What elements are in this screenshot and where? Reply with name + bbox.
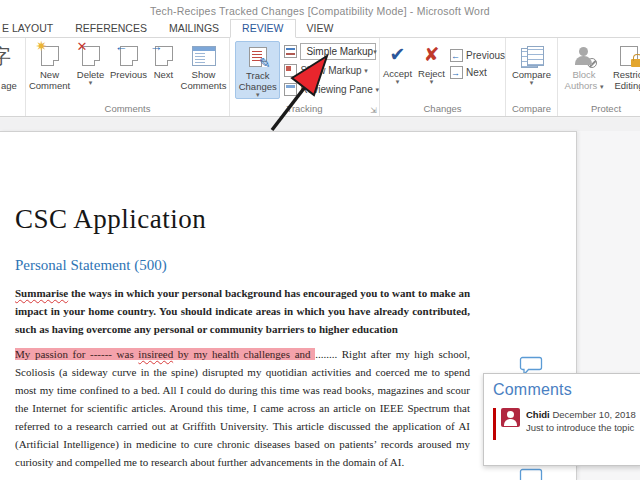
show-markup-button[interactable]: Show Markup ▾ — [284, 61, 379, 80]
comment-text: Just to introduce the topic — [526, 421, 636, 434]
compare-group: Compare ▾ Compare — [506, 38, 558, 116]
document-heading: CSC Application — [15, 204, 470, 235]
tracking-group-label: Tracking — [286, 103, 322, 114]
restrict-editing-button[interactable]: RestrictEditing — [607, 41, 640, 91]
restrict-editing-icon — [620, 46, 638, 66]
compare-button[interactable]: Compare ▾ — [508, 41, 556, 86]
new-comment-icon: ✷ — [41, 46, 59, 66]
document-content[interactable]: CSC Application Personal Statement (500)… — [15, 132, 470, 471]
show-comments-icon — [192, 46, 216, 66]
comments-group-label: Comments — [26, 102, 229, 116]
tab-mailings[interactable]: MAILINGS — [158, 20, 230, 37]
previous-change-button[interactable]: ← Previous — [450, 47, 505, 64]
dropdown-arrow-icon: ▾ — [256, 92, 260, 98]
show-comments-button[interactable]: Show Comments — [179, 41, 229, 91]
tracking-group: ✎ Track Changes ▾ Simple Markup ▾ Show M… — [230, 38, 380, 116]
changes-group-label: Changes — [380, 102, 505, 116]
misspelled-word: insireed — [138, 348, 173, 360]
prompt-paragraph[interactable]: Summarise the ways in which your persona… — [15, 284, 470, 338]
comments-card-title: Comments — [493, 381, 634, 399]
previous-comment-button[interactable]: ← Previous — [109, 41, 149, 80]
dropdown-arrow-icon: ▾ — [530, 80, 534, 86]
next-comment-icon: → — [155, 46, 173, 66]
title-bar: Tech-Recipes Tracked Changes [Compatibil… — [0, 0, 640, 21]
misspelled-word: Summarise — [15, 287, 68, 299]
show-markup-icon — [284, 64, 297, 77]
tab-page-layout[interactable]: E LAYOUT — [0, 20, 64, 37]
tab-review[interactable]: REVIEW — [230, 19, 295, 38]
block-authors-icon — [574, 46, 594, 66]
delete-comment-button[interactable]: ✕ Delete ▾ — [73, 41, 109, 86]
next-change-icon: → — [450, 66, 463, 79]
previous-comment-icon: ← — [120, 46, 138, 66]
comments-card: Comments Chidi December 10, 2018 Just to… — [483, 373, 640, 466]
statement-paragraph[interactable]: My passion for ------ was insireed by my… — [15, 345, 470, 471]
accept-icon: ✔ — [390, 45, 406, 65]
markup-mode-icon — [284, 45, 297, 58]
new-comment-button[interactable]: ✷ New Comment — [27, 41, 73, 91]
next-comment-button[interactable]: → Next — [149, 41, 179, 80]
tracking-dialog-launcher-icon[interactable]: ⇲ — [370, 107, 377, 115]
next-change-button[interactable]: → Next — [450, 64, 505, 81]
comment-date: December 10, 2018 — [552, 409, 635, 420]
ribbon-tab-bar: E LAYOUT REFERENCES MAILINGS REVIEW VIEW — [0, 21, 640, 38]
markup-mode-dropdown[interactable]: Simple Markup ▾ — [300, 43, 376, 60]
tab-view[interactable]: VIEW — [296, 20, 345, 37]
comment-entry[interactable]: Chidi December 10, 2018 Just to introduc… — [493, 408, 634, 440]
track-changes-button[interactable]: ✎ Track Changes ▾ — [235, 41, 280, 99]
language-group-partial[interactable]: 字 age — [0, 38, 26, 116]
comments-group: ✷ New Comment ✕ Delete ▾ ← Previous → Ne… — [26, 38, 230, 116]
dropdown-arrow-icon: ▾ — [600, 83, 604, 90]
tab-references[interactable]: REFERENCES — [64, 20, 158, 37]
dropdown-arrow-icon: ▾ — [396, 79, 400, 85]
dropdown-arrow-icon: ▾ — [373, 49, 377, 55]
comment-author: Chidi — [526, 409, 550, 420]
review-ribbon: 字 age ✷ New Comment ✕ Delete ▾ ← Previou… — [0, 38, 640, 117]
compare-group-label: Compare — [506, 102, 557, 116]
compare-icon — [521, 46, 543, 66]
dropdown-arrow-icon: ▾ — [430, 79, 434, 85]
tracked-change-highlight: My passion for ------ was insireed by my… — [15, 348, 315, 360]
track-changes-icon: ✎ — [249, 47, 267, 67]
reviewing-pane-icon — [284, 83, 297, 96]
window-title: Tech-Recipes Tracked Changes [Compatibil… — [150, 5, 490, 17]
block-authors-button[interactable]: Block Authors ▾ — [561, 41, 607, 91]
document-subheading: Personal Statement (500) — [15, 257, 470, 274]
comment-balloon-icon[interactable] — [519, 468, 543, 480]
reviewing-pane-button[interactable]: Reviewing Pane ▾ — [284, 80, 379, 99]
changes-group: ✔ Accept ▾ ✘ Reject ▾ ← Previous → Next — [380, 38, 506, 116]
avatar — [501, 408, 520, 427]
comment-change-bar — [493, 408, 496, 440]
language-icon: 字 — [0, 43, 11, 70]
language-label-partial: age — [1, 80, 17, 91]
protect-group-label: Protect — [558, 102, 640, 116]
dropdown-arrow-icon: ▾ — [89, 80, 93, 86]
reject-button[interactable]: ✘ Reject ▾ — [415, 41, 448, 85]
delete-comment-icon: ✕ — [82, 46, 100, 66]
dropdown-arrow-icon: ▾ — [364, 68, 368, 74]
accept-button[interactable]: ✔ Accept ▾ — [380, 41, 415, 85]
previous-change-icon: ← — [450, 49, 463, 62]
reject-icon: ✘ — [424, 45, 440, 65]
protect-group: Block Authors ▾ RestrictEditing Protect — [558, 38, 640, 116]
dropdown-arrow-icon: ▾ — [375, 87, 379, 93]
